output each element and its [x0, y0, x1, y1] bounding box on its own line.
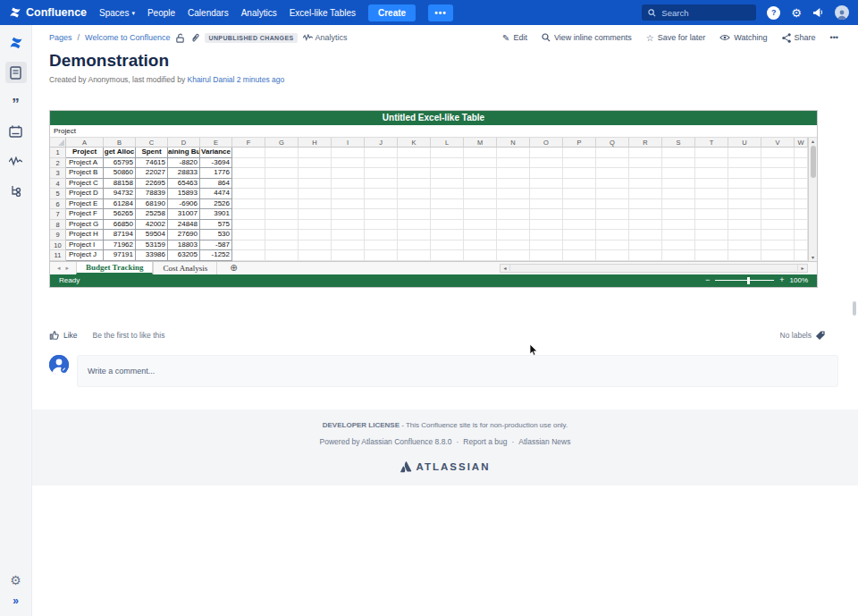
select-all-corner[interactable] [50, 138, 66, 148]
cell[interactable] [332, 250, 365, 261]
cell[interactable] [530, 158, 563, 169]
cell[interactable] [464, 209, 497, 220]
sheet-tab-prev-icon[interactable]: ◂ [57, 265, 61, 272]
cell[interactable] [695, 209, 728, 220]
cell[interactable] [728, 148, 761, 158]
cell[interactable]: Project J [66, 250, 104, 261]
cell[interactable] [332, 230, 365, 240]
cell[interactable] [232, 148, 265, 158]
cell[interactable]: 25258 [136, 209, 168, 220]
cell[interactable] [232, 230, 265, 240]
row-header-9[interactable]: 9 [50, 230, 66, 240]
row-header-5[interactable]: 5 [50, 189, 66, 199]
view-inline-comments-button[interactable]: View inline comments [542, 33, 632, 42]
column-header-N[interactable]: N [497, 138, 530, 148]
cell[interactable] [695, 199, 728, 210]
cell[interactable] [299, 220, 332, 231]
cell[interactable] [365, 230, 398, 240]
cell[interactable] [563, 220, 596, 231]
cell[interactable]: 78839 [136, 189, 168, 199]
cell[interactable] [299, 240, 332, 251]
sidebar-item-calendars[interactable] [5, 121, 27, 142]
cell[interactable] [398, 168, 431, 179]
cell[interactable] [629, 250, 662, 261]
cell[interactable] [795, 230, 808, 240]
cell[interactable] [431, 240, 464, 251]
cell[interactable] [299, 209, 332, 220]
column-header-P[interactable]: P [563, 138, 596, 148]
cell[interactable] [265, 168, 299, 179]
cell[interactable] [365, 189, 398, 199]
cell[interactable]: 2526 [200, 199, 232, 210]
column-header-K[interactable]: K [398, 138, 431, 148]
cell[interactable] [530, 168, 563, 179]
cell[interactable] [795, 199, 808, 210]
column-header-L[interactable]: L [431, 138, 464, 148]
cell[interactable] [464, 240, 497, 251]
cell[interactable] [695, 240, 728, 251]
cell[interactable] [431, 179, 464, 190]
cell[interactable] [761, 179, 795, 190]
cell[interactable] [265, 209, 299, 220]
cell[interactable] [365, 158, 398, 169]
search-input[interactable]: Search [642, 4, 756, 21]
column-header-R[interactable]: R [629, 138, 662, 148]
cell[interactable] [596, 189, 629, 199]
cell[interactable] [596, 168, 629, 179]
comment-avatar[interactable] [49, 355, 69, 375]
cell[interactable]: 63205 [168, 250, 200, 261]
cell[interactable] [728, 250, 761, 261]
cell[interactable] [497, 209, 530, 220]
cell[interactable] [497, 168, 530, 179]
cell[interactable]: 68190 [136, 199, 168, 210]
cell[interactable] [530, 250, 563, 261]
vertical-scroll-thumb[interactable] [811, 146, 816, 178]
cell[interactable] [265, 148, 299, 158]
cell[interactable] [596, 158, 629, 169]
cell[interactable] [662, 168, 695, 179]
confluence-logo[interactable]: Confluence [9, 6, 87, 19]
cell[interactable] [563, 199, 596, 210]
row-header-11[interactable]: 11 [50, 250, 66, 261]
cell[interactable] [497, 230, 530, 240]
row-header-3[interactable]: 3 [50, 168, 66, 179]
cell[interactable]: Project I [66, 240, 104, 251]
cell[interactable]: Spent [136, 148, 168, 158]
cell[interactable]: 97191 [104, 250, 136, 261]
cell[interactable]: -3694 [200, 158, 232, 169]
cell[interactable] [332, 189, 365, 199]
zoom-slider-thumb[interactable] [747, 277, 750, 284]
cell[interactable] [365, 148, 398, 158]
cell[interactable] [761, 199, 795, 210]
cell[interactable]: 18803 [168, 240, 200, 251]
cell[interactable] [728, 199, 761, 210]
cell[interactable] [728, 240, 761, 251]
cell[interactable] [662, 179, 695, 190]
cell[interactable] [596, 209, 629, 220]
nav-item-spaces[interactable]: Spaces▾ [99, 8, 135, 18]
cell[interactable]: -6906 [168, 199, 200, 210]
nav-item-people[interactable]: People [147, 8, 175, 18]
sidebar-item-blog[interactable]: ” [5, 91, 27, 113]
cell[interactable] [563, 179, 596, 190]
unlocked-padlock-icon[interactable] [175, 33, 185, 43]
cell[interactable] [563, 250, 596, 261]
cell[interactable] [629, 158, 662, 169]
cell[interactable] [596, 220, 629, 231]
cell[interactable] [662, 199, 695, 210]
cell[interactable] [332, 158, 365, 169]
cell[interactable] [431, 158, 464, 169]
cell[interactable]: Project [66, 148, 104, 158]
cell[interactable] [232, 220, 265, 231]
cell[interactable] [728, 230, 761, 240]
sheet-tab-cost-analysis[interactable]: Cost Analysis [153, 262, 217, 274]
cell[interactable] [332, 240, 365, 251]
cell[interactable] [662, 250, 695, 261]
cell[interactable] [497, 158, 530, 169]
cell[interactable] [365, 179, 398, 190]
sidebar-item-analytics[interactable] [5, 150, 27, 172]
cell[interactable]: 53159 [136, 240, 168, 251]
cell[interactable] [629, 220, 662, 231]
cell[interactable] [662, 230, 695, 240]
cell[interactable]: Variance [200, 148, 232, 158]
